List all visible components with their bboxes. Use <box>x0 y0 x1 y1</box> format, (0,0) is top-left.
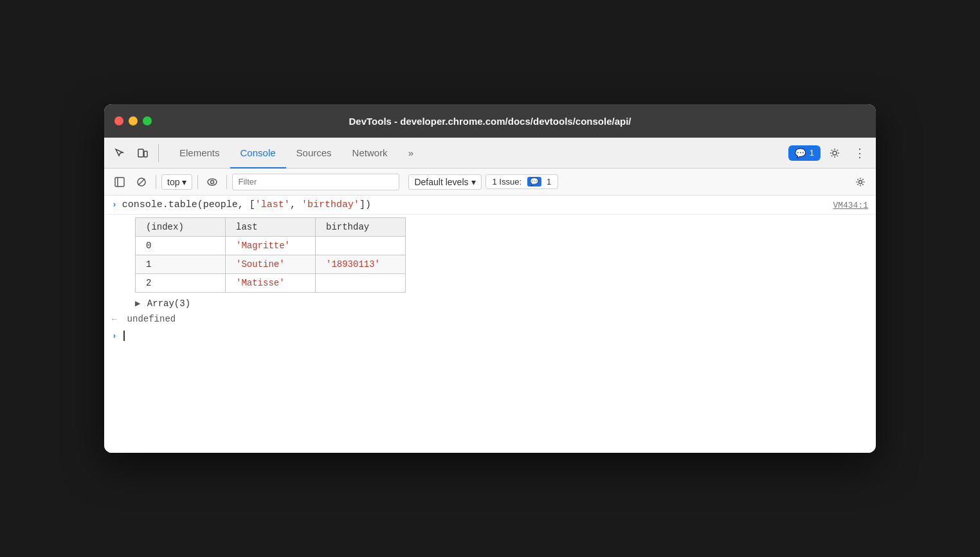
svg-point-8 <box>211 180 214 183</box>
settings-icon <box>855 177 866 187</box>
tab-sources[interactable]: Sources <box>286 138 342 169</box>
title-bar: DevTools - developer.chrome.com/docs/dev… <box>104 104 876 138</box>
console-entry-input: › console.table(people, ['last', 'birthd… <box>104 196 876 215</box>
cell-birthday-2 <box>316 274 406 293</box>
toolbar-divider-1 <box>156 175 156 189</box>
cell-index-0: 0 <box>136 237 226 255</box>
input-arrow: › <box>112 200 117 210</box>
inspect-icon <box>114 147 125 159</box>
col-header-last: last <box>226 218 316 237</box>
console-code[interactable]: console.table(people, ['last', 'birthday… <box>122 199 371 210</box>
issues-count: 1 <box>810 148 814 158</box>
col-header-index: (index) <box>136 218 226 237</box>
issue-icon: 💬 <box>527 177 541 187</box>
vm-reference[interactable]: VM434:1 <box>833 201 868 210</box>
device-toolbar-button[interactable] <box>132 143 153 163</box>
prompt-line[interactable]: › <box>104 327 876 345</box>
prompt-arrow: › <box>112 331 117 341</box>
settings-button[interactable] <box>824 143 845 163</box>
return-arrow: ← <box>112 315 122 324</box>
tab-console[interactable]: Console <box>230 138 286 169</box>
console-settings-button[interactable] <box>851 173 869 191</box>
toolbar-divider <box>158 144 159 162</box>
cell-birthday-1: '18930113' <box>316 255 406 274</box>
issues-badge[interactable]: 💬 1 <box>788 145 821 161</box>
gear-icon <box>829 147 840 159</box>
cell-last-0: 'Magritte' <box>226 237 316 255</box>
context-selector[interactable]: top ▾ <box>161 174 192 190</box>
issues-console-badge[interactable]: 1 Issue: 💬 1 <box>485 174 559 189</box>
table-row: 2 'Matisse' <box>136 274 406 293</box>
svg-point-2 <box>833 151 837 155</box>
maximize-button[interactable] <box>143 116 152 125</box>
cell-last-1: 'Soutine' <box>226 255 316 274</box>
device-icon <box>137 147 149 159</box>
eye-button[interactable] <box>203 173 221 191</box>
traffic-lights <box>114 116 152 125</box>
svg-rect-1 <box>144 151 147 157</box>
sidebar-icon <box>114 177 125 187</box>
table-row: 1 'Soutine' '18930113' <box>136 255 406 274</box>
svg-rect-3 <box>115 178 124 187</box>
issues-icon: 💬 <box>795 148 806 158</box>
clear-console-button[interactable] <box>132 173 150 191</box>
undefined-return: ← undefined <box>104 311 876 327</box>
console-table: (index) last birthday 0 'Magritte' 1 'So… <box>135 217 406 293</box>
svg-point-7 <box>208 179 217 185</box>
console-content: › console.table(people, ['last', 'birthd… <box>104 196 876 453</box>
console-table-container: (index) last birthday 0 'Magritte' 1 'So… <box>104 215 876 295</box>
clear-icon <box>136 177 147 187</box>
filter-input[interactable] <box>232 174 399 190</box>
cell-last-2: 'Matisse' <box>226 274 316 293</box>
array-label: Array(3) <box>147 298 190 309</box>
svg-point-9 <box>859 180 862 183</box>
array-expand[interactable]: ▶ Array(3) <box>104 295 876 311</box>
col-header-birthday: birthday <box>316 218 406 237</box>
tab-more[interactable]: » <box>398 138 424 169</box>
expand-triangle-icon: ▶ <box>135 298 140 309</box>
toolbar-right: 💬 1 ⋮ <box>788 143 871 163</box>
console-sidebar-button[interactable] <box>111 173 129 191</box>
devtools-window: DevTools - developer.chrome.com/docs/dev… <box>104 104 876 453</box>
tab-list: Elements Console Sources Network » <box>169 138 424 168</box>
tab-network[interactable]: Network <box>342 138 398 169</box>
main-toolbar: Elements Console Sources Network » 💬 1 <box>104 138 876 169</box>
more-menu-button[interactable]: ⋮ <box>849 143 871 163</box>
cursor <box>123 331 125 341</box>
svg-line-6 <box>138 179 145 185</box>
window-title: DevTools - developer.chrome.com/docs/dev… <box>349 116 631 127</box>
eye-icon <box>207 177 217 187</box>
console-toolbar: top ▾ Default levels ▾ 1 Issue: 💬 1 <box>104 169 876 196</box>
table-row: 0 'Magritte' <box>136 237 406 255</box>
svg-rect-0 <box>138 149 143 157</box>
cell-birthday-0 <box>316 237 406 255</box>
cell-index-2: 2 <box>136 274 226 293</box>
minimize-button[interactable] <box>129 116 138 125</box>
inspect-button[interactable] <box>109 143 130 163</box>
cell-index-1: 1 <box>136 255 226 274</box>
close-button[interactable] <box>114 116 123 125</box>
toolbar-divider-2 <box>197 175 198 189</box>
undefined-text: undefined <box>127 314 176 324</box>
tab-elements[interactable]: Elements <box>169 138 230 169</box>
toolbar-divider-3 <box>226 175 227 189</box>
levels-selector[interactable]: Default levels ▾ <box>408 174 481 190</box>
